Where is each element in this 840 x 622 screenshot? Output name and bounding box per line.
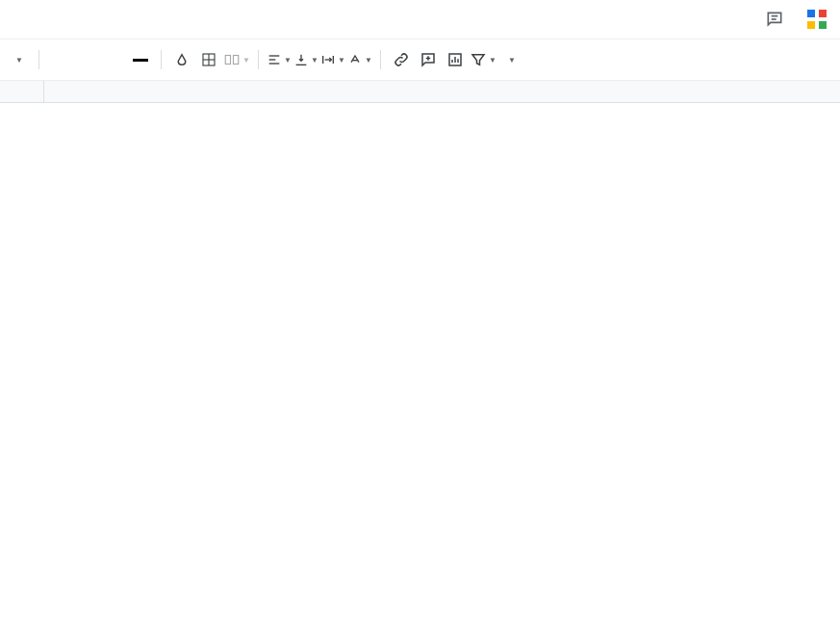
svg-rect-6	[234, 56, 239, 65]
filter-button[interactable]: ▼	[470, 47, 496, 72]
insert-comment-button[interactable]	[416, 47, 441, 72]
text-wrap-button[interactable]: ▼	[320, 47, 345, 72]
title-bar	[0, 0, 840, 39]
text-color-button[interactable]	[128, 47, 153, 72]
fill-color-button[interactable]	[169, 47, 194, 72]
top-right-icons	[763, 8, 828, 31]
more-dropdown[interactable]: ▼	[6, 47, 31, 72]
svg-rect-5	[225, 56, 230, 65]
borders-button[interactable]	[196, 47, 221, 72]
insert-chart-button[interactable]	[443, 47, 468, 72]
spreadsheet-grid[interactable]	[0, 81, 840, 622]
v-align-button[interactable]: ▼	[293, 47, 318, 72]
insert-link-button[interactable]	[389, 47, 414, 72]
strikethrough-button[interactable]	[101, 47, 126, 72]
separator	[258, 50, 259, 69]
text-rotation-button[interactable]: ▼	[347, 47, 372, 72]
separator	[380, 50, 381, 69]
separator	[161, 50, 162, 69]
toolbar: ▼ ▼ ▼ ▼ ▼ ▼ ▼	[0, 39, 840, 81]
column-headers	[0, 81, 840, 103]
functions-button[interactable]: ▼	[498, 47, 523, 72]
corner-box[interactable]	[0, 81, 44, 102]
comments-icon[interactable]	[763, 8, 786, 31]
separator	[38, 50, 39, 69]
meet-icon[interactable]	[805, 8, 828, 31]
merge-cells-button[interactable]: ▼	[223, 47, 250, 72]
h-align-button[interactable]: ▼	[267, 47, 292, 72]
bold-button[interactable]	[47, 47, 72, 72]
italic-button[interactable]	[74, 47, 99, 72]
